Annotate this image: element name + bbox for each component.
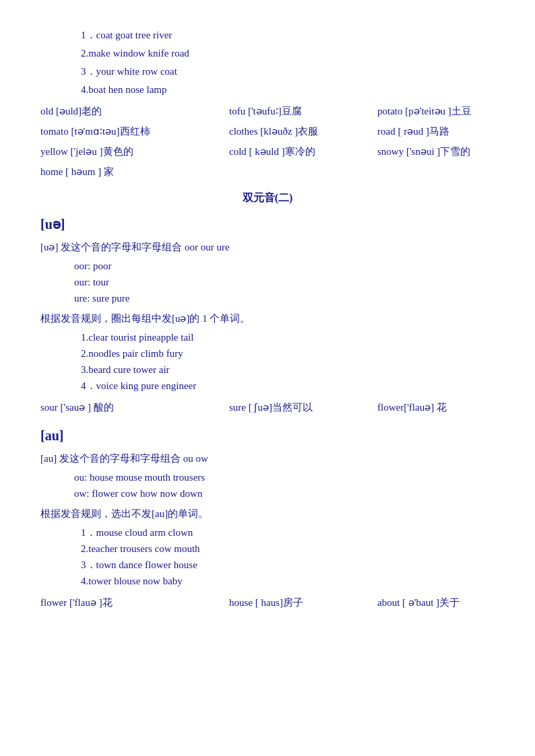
vocab-col: tofu ['təufu∶]豆腐 (229, 103, 377, 119)
ipa-label: [au] (40, 425, 495, 446)
vocab-col: snowy ['snəui ]下雪的 (377, 143, 495, 160)
vocab-row: old [əuld]老的 tofu ['təufu∶]豆腐 potato [pə… (40, 103, 495, 119)
au-sub-item: ou: house mouse mouth trousers (74, 469, 495, 485)
au-exercise-item: 4.tower blouse now baby (81, 573, 495, 589)
ua-sub-item: our: tour (74, 274, 495, 290)
au-vocab-col: flower ['flauə ]花 (40, 594, 229, 611)
list-item: 2.make window knife road (81, 45, 495, 61)
ua-vocab-col: sure [ ʃuə]当然可以 (229, 399, 377, 415)
ua-instruction: 根据发音规则，圈出每组中发[uə]的 1 个单词。 (40, 310, 495, 327)
ua-exercise-item: 4．voice king pure engineer (81, 378, 495, 394)
list-item: 3．your white row coat (81, 63, 495, 79)
au-vocab-col: house [ haus]房子 (229, 594, 377, 611)
vocab-col: yellow ['jeləu ]黄色的 (40, 143, 229, 160)
au-exercise-item: 3．town dance flower house (81, 557, 495, 573)
ua-vocab-col: flower['flauə] 花 (377, 399, 495, 415)
ipa-label: [uə] (40, 213, 495, 235)
section-au: [au] [au] 发这个音的字母和字母组合 ou ow ou: house m… (40, 425, 495, 611)
au-vocab-col: about [ ə'baut ]关于 (377, 594, 495, 611)
ua-exercise-item: 1.clear tourist pineapple tail (81, 329, 495, 345)
au-sub-items: ou: house mouse mouth trousers ow: flowe… (74, 469, 495, 502)
ua-exercise-item: 3.beard cure tower air (81, 362, 495, 378)
vocab-row: tomato [tə'mɑ∶təu]西红柿 clothes [kləuðz ]衣… (40, 123, 495, 139)
au-sub-item: ow: flower cow how now down (74, 485, 495, 502)
au-desc: [au] 发这个音的字母和字母组合 ou ow (40, 450, 495, 467)
vocab-col: road [ rəud ]马路 (377, 123, 495, 139)
vocab-col (377, 164, 495, 180)
au-exercises: 1．mouse cloud arm clown 2.teacher trouse… (81, 524, 495, 589)
vocab-col: old [əuld]老的 (40, 103, 229, 119)
vocab-col: potato [pə'teitəu ]土豆 (377, 103, 495, 119)
list-item: 1．coat goat tree river (81, 27, 495, 43)
vocab-col: home [ həum ] 家 (40, 164, 229, 180)
ua-vocab-col: sour ['sauə ] 酸的 (40, 399, 229, 415)
ua-sub-item: oor: poor (74, 258, 495, 274)
ua-sub-items: oor: poor our: tour ure: sure pure (74, 258, 495, 306)
section-ua: [uə] [uə] 发这个音的字母和字母组合 oor our ure oor: … (40, 213, 495, 415)
ua-sub-item: ure: sure pure (74, 290, 495, 306)
vocab-col: clothes [kləuðz ]衣服 (229, 123, 377, 139)
section-divider-title: 双元音(二) (40, 189, 495, 207)
vocab-col: cold [ kəuld ]寒冷的 (229, 143, 377, 160)
top-list: 1．coat goat tree river 2.make window kni… (81, 27, 495, 98)
vocab-row: yellow ['jeləu ]黄色的 cold [ kəuld ]寒冷的 sn… (40, 143, 495, 160)
vocab-row: home [ həum ] 家 (40, 164, 495, 180)
vocab-col: tomato [tə'mɑ∶təu]西红柿 (40, 123, 229, 139)
ua-exercise-item: 2.noodles pair climb fury (81, 345, 495, 362)
au-exercise-item: 1．mouse cloud arm clown (81, 524, 495, 541)
vocab-col (229, 164, 377, 180)
au-vocab-row: flower ['flauə ]花 house [ haus]房子 about … (40, 594, 495, 611)
au-instruction: 根据发音规则，选出不发[au]的单词。 (40, 506, 495, 522)
ua-vocab-row: sour ['sauə ] 酸的 sure [ ʃuə]当然可以 flower[… (40, 399, 495, 415)
ua-desc: [uə] 发这个音的字母和字母组合 oor our ure (40, 239, 495, 255)
ua-exercises: 1.clear tourist pineapple tail 2.noodles… (81, 329, 495, 394)
au-exercise-item: 2.teacher trousers cow mouth (81, 541, 495, 557)
vocab-section-1: old [əuld]老的 tofu ['təufu∶]豆腐 potato [pə… (40, 103, 495, 180)
list-item: 4.boat hen nose lamp (81, 81, 495, 98)
